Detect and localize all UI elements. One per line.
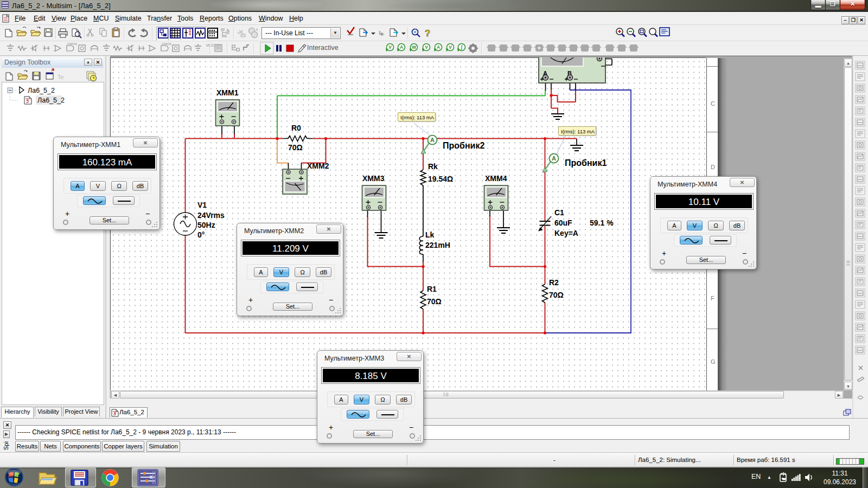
svg-text:Пробник2: Пробник2 [443,141,484,150]
svg-text:70Ω: 70Ω [288,143,303,152]
svg-text:R2: R2 [549,278,559,287]
svg-text:A: A [552,155,556,162]
svg-text:A: A [430,137,435,143]
svg-text:XMM1: XMM1 [216,88,239,97]
svg-text:Пробник1: Пробник1 [565,158,607,168]
svg-text:Lk: Lk [425,230,435,239]
svg-text:Rk: Rk [428,162,438,171]
svg-text:70Ω: 70Ω [427,297,442,306]
svg-text:C1: C1 [554,208,564,217]
svg-text:59.1 %: 59.1 % [590,219,614,227]
svg-text:221mH: 221mH [425,241,450,249]
svg-text:50Hz: 50Hz [197,221,215,229]
svg-text:XMM4: XMM4 [485,174,507,183]
svg-text:Key=A: Key=A [554,229,578,237]
svg-text:XMM3: XMM3 [362,174,385,183]
svg-text:19.54Ω: 19.54Ω [428,175,453,183]
svg-text:24Vrms: 24Vrms [197,211,225,220]
svg-text:R1: R1 [427,285,437,293]
svg-text:XMM2: XMM2 [307,162,329,170]
svg-text:0°: 0° [197,230,205,239]
svg-text:70Ω: 70Ω [549,291,564,299]
svg-text:V1: V1 [197,201,207,209]
svg-text:60uF: 60uF [554,219,572,227]
svg-text:R0: R0 [291,124,301,132]
